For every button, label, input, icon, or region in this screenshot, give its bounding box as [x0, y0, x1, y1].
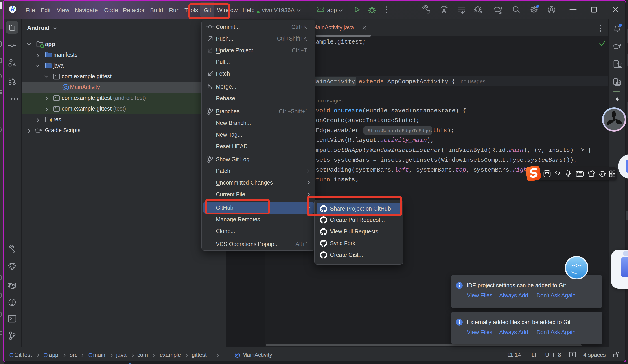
svg-text:C: C: [64, 85, 67, 90]
svg-text:C: C: [236, 354, 238, 357]
svg-text:--:--: --:--: [572, 262, 581, 268]
